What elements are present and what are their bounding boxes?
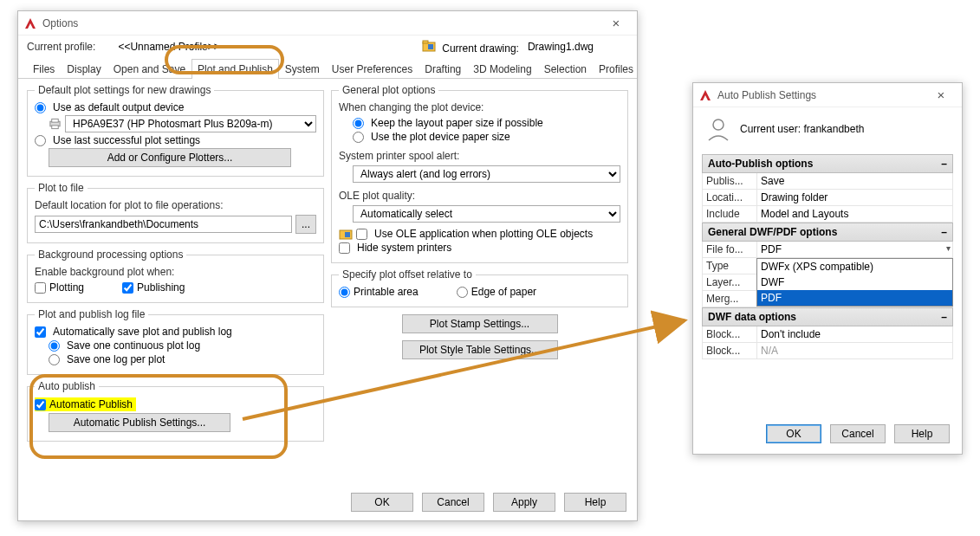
prop-publish[interactable]: Publis...Save (702, 173, 953, 190)
default-plot-legend: Default plot settings for new drawings (35, 84, 214, 96)
plot-stamp-settings-button[interactable]: Plot Stamp Settings... (402, 314, 558, 333)
automatic-publish-checkbox[interactable] (35, 399, 46, 410)
prop-location[interactable]: Locati...Drawing folder (702, 190, 953, 206)
ok-button[interactable]: OK (351, 493, 413, 512)
window-title: Options (42, 17, 600, 29)
plot-log-group: Plot and publish log file Automatically … (27, 308, 324, 375)
svg-rect-2 (428, 44, 433, 49)
use-last-settings-radio[interactable] (35, 135, 46, 146)
window-title: Auto Publish Settings (717, 89, 925, 101)
cancel-button[interactable]: Cancel (830, 424, 886, 443)
section-auto-publish[interactable]: Auto-Publish options– (702, 154, 953, 173)
use-device-size-radio[interactable] (353, 132, 364, 143)
use-default-output-radio[interactable] (35, 102, 46, 113)
current-drawing-value: Drawing1.dwg (528, 41, 628, 53)
tab-plot-and-publish[interactable]: Plot and Publish (191, 59, 279, 79)
tab-3d-modeling[interactable]: 3D Modeling (467, 59, 537, 79)
tabs: FilesDisplayOpen and SavePlot and Publis… (18, 58, 637, 79)
ok-button[interactable]: OK (766, 424, 821, 443)
publishing-checkbox[interactable] (122, 282, 133, 294)
cancel-button[interactable]: Cancel (422, 493, 484, 512)
dropdown-option[interactable]: DWF (757, 274, 952, 290)
titlebar: Options × (18, 11, 637, 36)
autocad-logo-icon (698, 88, 712, 102)
hide-printers-checkbox[interactable] (339, 242, 350, 254)
autocad-logo-icon (23, 16, 37, 30)
tab-open-and-save[interactable]: Open and Save (107, 59, 191, 79)
property-grid: Auto-Publish options– Publis...Save Loca… (693, 154, 962, 359)
collapse-icon: – (941, 311, 947, 323)
current-profile-label: Current profile: (27, 41, 102, 53)
drawing-icon (339, 228, 353, 240)
options-window: Options × Current profile: <<Unnamed Pro… (17, 10, 638, 521)
footer: OK Cancel Apply Help (351, 493, 626, 512)
footer: OK Cancel Help (766, 424, 950, 443)
plotting-checkbox[interactable] (35, 282, 46, 294)
titlebar: Auto Publish Settings × (693, 83, 962, 107)
auto-publish-group: Auto publish Automatic Publish Automatic… (27, 380, 324, 442)
collapse-icon: – (941, 226, 947, 238)
right-column: General plot options When changing the p… (331, 84, 628, 447)
plot-device-select[interactable]: HP6A9E37 (HP Photosmart Plus B209a-m) (65, 115, 316, 132)
close-icon[interactable]: × (925, 87, 957, 102)
prop-include[interactable]: IncludeModel and Layouts (702, 206, 953, 223)
prop-block-2[interactable]: Block...N/A (702, 343, 953, 359)
tab-drafting[interactable]: Drafting (419, 59, 467, 79)
drawing-icon (422, 40, 436, 52)
tab-system[interactable]: System (279, 59, 326, 79)
add-configure-plotters-button[interactable]: Add or Configure Plotters... (49, 148, 291, 167)
svg-rect-7 (345, 232, 350, 237)
tab-files[interactable]: Files (27, 59, 61, 79)
background-processing-group: Background processing options Enable bac… (27, 249, 324, 303)
prop-block-1[interactable]: Block...Don't include (702, 326, 953, 343)
plot-to-file-group: Plot to file Default location for plot t… (27, 182, 324, 243)
apply-button[interactable]: Apply (493, 493, 555, 512)
prop-file-format[interactable]: File fo... PDF ▾ DWFx (XPS compatible)DW… (702, 242, 953, 258)
svg-point-9 (713, 119, 724, 130)
dropdown-option[interactable]: PDF (757, 290, 952, 306)
browse-button[interactable]: ... (295, 215, 316, 234)
chevron-down-icon[interactable]: ▾ (946, 243, 951, 253)
tab-user-preferences[interactable]: User Preferences (326, 59, 419, 79)
current-drawing-label: Current drawing: (422, 40, 519, 55)
collapse-icon: – (941, 158, 947, 170)
ole-app-checkbox[interactable] (356, 229, 367, 240)
edge-of-paper-radio[interactable] (457, 287, 468, 298)
help-button[interactable]: Help (564, 493, 626, 512)
keep-layout-radio[interactable] (353, 118, 364, 129)
general-plot-group: General plot options When changing the p… (331, 84, 628, 263)
automatic-publish-settings-button[interactable]: Automatic Publish Settings... (49, 413, 230, 432)
autosave-log-checkbox[interactable] (35, 326, 46, 338)
printable-area-radio[interactable] (339, 287, 350, 298)
per-plot-log-radio[interactable] (49, 354, 60, 365)
tab-selection[interactable]: Selection (538, 59, 593, 79)
tab-display[interactable]: Display (61, 59, 107, 79)
ole-quality-select[interactable]: Automatically select (353, 205, 620, 223)
tab-profiles[interactable]: Profiles (593, 59, 639, 79)
default-plot-group: Default plot settings for new drawings U… (27, 84, 324, 177)
profile-row: Current profile: <<Unnamed Profile>> Cur… (18, 36, 637, 55)
plot-file-path-input[interactable] (35, 216, 292, 233)
close-icon[interactable]: × (600, 16, 632, 30)
left-column: Default plot settings for new drawings U… (27, 84, 324, 447)
help-button[interactable]: Help (894, 424, 950, 443)
auto-publish-window: Auto Publish Settings × Current user: fr… (692, 82, 963, 455)
user-icon (705, 116, 731, 142)
current-profile-value: <<Unnamed Profile>> (102, 41, 235, 53)
svg-rect-4 (52, 119, 58, 122)
file-format-dropdown: DWFx (XPS compatible)DWFPDF (756, 258, 953, 307)
svg-rect-5 (52, 126, 58, 129)
dropdown-option[interactable]: DWFx (XPS compatible) (757, 259, 952, 274)
plot-offset-group: Specify plot offset relative to Printabl… (331, 268, 628, 307)
plot-style-table-button[interactable]: Plot Style Table Settings... (402, 340, 558, 359)
printer-icon (49, 118, 62, 130)
section-general-dwf-pdf[interactable]: General DWF/PDF options– (702, 223, 953, 242)
user-row: Current user: frankandbeth (693, 107, 962, 154)
spool-alert-select[interactable]: Always alert (and log errors) (353, 165, 620, 183)
one-log-radio[interactable] (49, 340, 60, 352)
section-dwf-data[interactable]: DWF data options– (702, 307, 953, 326)
svg-rect-1 (423, 41, 428, 43)
